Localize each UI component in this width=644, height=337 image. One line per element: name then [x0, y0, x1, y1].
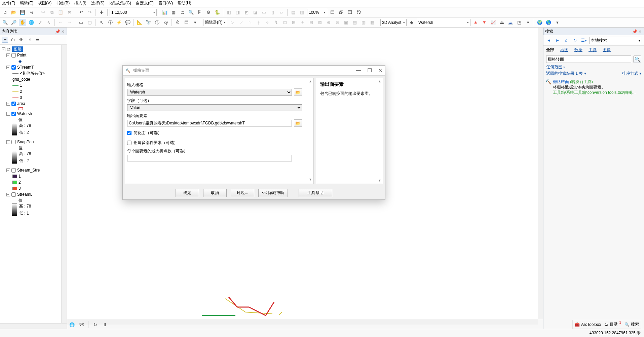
- help-scroll-dn-icon[interactable]: ▼: [378, 179, 381, 182]
- ed-tool15-icon[interactable]: ▤: [351, 19, 358, 26]
- cb-streaml[interactable]: [11, 192, 16, 197]
- form-scroll-dn-icon[interactable]: ▼: [308, 178, 313, 182]
- cb-streamstre[interactable]: [11, 168, 16, 173]
- menu-geoprocessing[interactable]: 地理处理(G): [109, 0, 131, 6]
- toc-list-by-source-icon[interactable]: 🗀: [10, 37, 16, 43]
- search-home-icon[interactable]: ⌂: [563, 37, 570, 44]
- tb-a4-icon[interactable]: ◪: [252, 9, 259, 16]
- search-result-1[interactable]: 🔨 栅格转面 (转换) (工具) 将栅格数据集转换为面要素。 工具箱\系统工具箱…: [543, 77, 644, 96]
- chk-simplify[interactable]: [127, 131, 131, 135]
- menu-insert[interactable]: 插入(I): [74, 0, 86, 6]
- tb-a6-icon[interactable]: ▯: [269, 9, 276, 16]
- tab-arctoolbox[interactable]: 🧰 ArcToolbox: [575, 322, 601, 327]
- tb-a3-icon[interactable]: ◩: [243, 9, 250, 16]
- map-hscroll[interactable]: [67, 319, 538, 325]
- zoom-out-icon[interactable]: 🔎: [10, 19, 17, 26]
- identify-icon[interactable]: ⓘ: [107, 19, 114, 26]
- ed-tool8-icon[interactable]: ⊞: [290, 19, 297, 26]
- ed-tool7-icon[interactable]: ⊡: [281, 19, 289, 26]
- new-icon[interactable]: 🗋: [1, 9, 9, 16]
- hyperlink-icon[interactable]: ⚡: [115, 19, 123, 26]
- ed-tool6-icon[interactable]: ↯: [272, 19, 280, 26]
- search-back-icon[interactable]: ◄: [545, 37, 552, 44]
- toc-vscroll[interactable]: [61, 45, 67, 323]
- menu-window[interactable]: 窗口(W): [158, 0, 173, 6]
- table-window-icon[interactable]: ▦: [170, 9, 177, 16]
- field-combo[interactable]: Value: [127, 104, 302, 111]
- an-t6-icon[interactable]: ◳: [516, 19, 523, 26]
- an-t3-icon[interactable]: 📈: [489, 19, 497, 26]
- dialog-close-icon[interactable]: ✕: [378, 67, 382, 74]
- delete-icon[interactable]: ✖: [66, 9, 73, 16]
- toc-options-icon[interactable]: ☰: [34, 37, 40, 43]
- an-t9-icon[interactable]: 🌎: [545, 19, 552, 26]
- menu-view[interactable]: 视图(V): [38, 0, 51, 6]
- find-icon[interactable]: 🔭: [145, 19, 152, 26]
- zoom-pct-combo[interactable]: 100%▾: [307, 9, 327, 16]
- tb-b1-icon[interactable]: ▤: [290, 9, 297, 16]
- search-fwd-icon[interactable]: ►: [554, 37, 561, 44]
- cat-map[interactable]: 地图: [560, 47, 568, 53]
- menu-edit[interactable]: 编辑(E): [20, 0, 33, 6]
- browse-output-icon[interactable]: 📂: [294, 119, 302, 127]
- tb-a1-icon[interactable]: ◧: [225, 9, 233, 16]
- data-view-icon[interactable]: 🌐: [69, 321, 75, 328]
- ed-tool14-icon[interactable]: ▣: [342, 19, 350, 26]
- menu-file[interactable]: 文件(F): [2, 0, 15, 6]
- tb-c4-icon[interactable]: 🗘: [355, 9, 362, 16]
- viewer-dd-icon[interactable]: ▾: [191, 19, 199, 26]
- ed-tool11-icon[interactable]: ⊠: [316, 19, 324, 26]
- maxvertex-input[interactable]: [127, 155, 292, 161]
- analyst-layer-icon[interactable]: ◆: [408, 19, 415, 26]
- map-canvas[interactable]: 🔨 栅格转面 — ☐ ✕ ▲ ▼ 输入栅格: [67, 28, 538, 319]
- toggle-streamstre[interactable]: −: [6, 168, 10, 172]
- toc-pin-icon[interactable]: 📌: [55, 29, 60, 34]
- tab-catalog[interactable]: 🗂 目录1: [604, 322, 621, 327]
- cb-snappou[interactable]: [11, 140, 16, 144]
- analyst-layer-combo[interactable]: Watersh▾: [417, 19, 470, 26]
- zoom-in-icon[interactable]: 🔍: [1, 19, 9, 26]
- ed-tool13-icon[interactable]: ⊖: [334, 19, 341, 26]
- open-icon[interactable]: 📂: [10, 9, 17, 16]
- tool-help-button[interactable]: 工具帮助: [299, 189, 332, 197]
- cat-img[interactable]: 图像: [603, 47, 611, 53]
- search-result-count[interactable]: 返回的搜索结果 1 项 ▾: [546, 71, 586, 76]
- an-t7-icon[interactable]: ▾: [524, 19, 532, 26]
- arccatalog-icon[interactable]: 🗄: [196, 9, 203, 16]
- search-go-button[interactable]: 🔍: [633, 55, 641, 63]
- editor-menu[interactable]: 编辑器(R)▾: [203, 19, 227, 26]
- layer-watersh[interactable]: Watersh: [17, 111, 32, 116]
- output-path-input[interactable]: [127, 120, 292, 126]
- pan-icon[interactable]: ✋: [19, 19, 26, 26]
- tb-a7-icon[interactable]: ▱: [278, 9, 285, 16]
- layer-snappou[interactable]: SnapPou: [17, 139, 34, 145]
- layer-area[interactable]: area: [17, 101, 25, 106]
- ed-tool4-icon[interactable]: ⟊: [255, 19, 262, 26]
- an-t10-icon[interactable]: ▾: [554, 19, 561, 26]
- pause-icon[interactable]: ⏸: [101, 321, 108, 328]
- search-input[interactable]: [546, 55, 631, 63]
- menu-select[interactable]: 选择(S): [91, 0, 105, 6]
- scale-combo[interactable]: 1:12,500▾: [110, 9, 157, 16]
- an-t5-icon[interactable]: 🗻: [507, 19, 514, 26]
- select-features-icon[interactable]: ▭: [77, 19, 85, 26]
- time-slider-icon[interactable]: ⏱: [174, 19, 181, 26]
- cb-watersh[interactable]: [11, 112, 16, 116]
- chk-multipart[interactable]: [127, 141, 131, 145]
- an-t4-icon[interactable]: ⛰: [498, 19, 505, 26]
- tb-c1-icon[interactable]: 🗔: [329, 9, 336, 16]
- ed-tool12-icon[interactable]: ⊕: [325, 19, 332, 26]
- toggle-snappou[interactable]: −: [6, 140, 10, 144]
- tb-b2-icon[interactable]: ▥: [298, 9, 306, 16]
- redo-icon[interactable]: ↷: [86, 9, 93, 16]
- copy-icon[interactable]: ⧉: [48, 9, 55, 16]
- fixed-zoom-out-icon[interactable]: ⤡: [45, 19, 52, 26]
- html-popup-icon[interactable]: 💬: [124, 19, 131, 26]
- layer-streamstre[interactable]: Stream_Stre: [17, 167, 40, 173]
- next-extent-icon[interactable]: →: [66, 19, 73, 26]
- layer-point[interactable]: Point: [17, 52, 26, 58]
- layer-streamt[interactable]: STreamT: [17, 65, 34, 70]
- cat-data[interactable]: 数据: [574, 47, 582, 53]
- layout-view-icon[interactable]: 🗺: [78, 321, 85, 328]
- undo-icon[interactable]: ↶: [77, 9, 85, 16]
